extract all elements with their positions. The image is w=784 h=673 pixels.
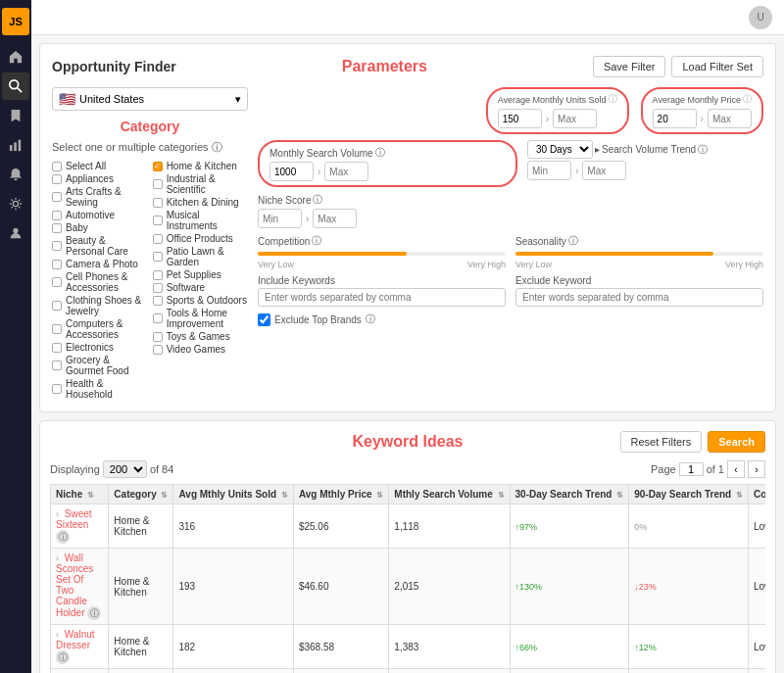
- category-item[interactable]: Video Games: [153, 344, 248, 355]
- niche-info-button[interactable]: ⓘ: [56, 650, 70, 664]
- sidebar-item-settings[interactable]: [2, 190, 29, 217]
- niche-link[interactable]: Walnut Dresser: [56, 629, 95, 650]
- avg-price-info-icon: ⓘ: [743, 93, 752, 106]
- col-niche[interactable]: Niche ⇅: [51, 485, 109, 505]
- category-item[interactable]: Office Products: [153, 233, 248, 244]
- niche-info-button[interactable]: ⓘ: [56, 530, 70, 544]
- expand-icon[interactable]: ›: [56, 630, 59, 640]
- monthly-vol-max-input[interactable]: [324, 162, 368, 181]
- avg-monthly-units-group: Average Monthly Units Sold ⓘ ›: [486, 87, 629, 134]
- trend-days-select[interactable]: 30 Days 60 Days 90 Days: [527, 140, 593, 159]
- expand-icon[interactable]: ›: [56, 509, 59, 519]
- category-item[interactable]: Computers & Accessories: [52, 318, 145, 340]
- sidebar-item-chart[interactable]: [2, 131, 29, 159]
- niche-info-button[interactable]: ⓘ: [87, 606, 101, 620]
- category-item[interactable]: Electronics: [52, 342, 145, 353]
- category-item-label: Health & Household: [66, 378, 145, 400]
- expand-icon[interactable]: ›: [56, 553, 59, 563]
- trend-30-cell: ↑97%: [510, 505, 629, 549]
- include-keywords-input[interactable]: [258, 288, 506, 307]
- load-filter-button[interactable]: Load Filter Set: [671, 56, 763, 77]
- category-item-label: Software: [167, 282, 205, 293]
- checkbox-unchecked-icon: [52, 223, 62, 233]
- category-item[interactable]: Software: [153, 282, 248, 293]
- sidebar-item-bell[interactable]: [2, 161, 29, 188]
- reset-filters-button[interactable]: Reset Filters: [620, 431, 703, 453]
- col-competition[interactable]: Competition ⇅: [748, 485, 765, 505]
- country-select[interactable]: 🇺🇸 United States ▾: [52, 87, 248, 111]
- category-item[interactable]: Camera & Photo: [52, 259, 145, 269]
- col-trend-90[interactable]: 90-Day Search Trend ⇅: [629, 485, 749, 505]
- avg-price-arrow: ›: [701, 114, 704, 124]
- category-item[interactable]: Cell Phones & Accessories: [52, 271, 145, 293]
- keyword-ideas-section: Keyword Ideas Reset Filters Search Displ…: [39, 420, 776, 673]
- col-trend-30[interactable]: 30-Day Search Trend ⇅: [510, 485, 629, 505]
- category-item[interactable]: Clothing Shoes & Jewelry: [52, 295, 145, 316]
- niche-link[interactable]: Sweet Sixteen: [56, 508, 92, 530]
- header-buttons: Save Filter Load Filter Set: [593, 56, 763, 77]
- sidebar-item-search[interactable]: [2, 72, 29, 100]
- niche-score-max-input[interactable]: [313, 209, 357, 228]
- exclude-keyword-input[interactable]: [515, 288, 763, 307]
- seasonality-slider-track[interactable]: [515, 252, 763, 256]
- category-item[interactable]: Home & Kitchen: [153, 161, 248, 171]
- sidebar-item-user[interactable]: [2, 219, 29, 247]
- display-count-select[interactable]: 200 50 100: [103, 460, 147, 478]
- checkbox-unchecked-icon: [153, 234, 163, 244]
- page-number-input[interactable]: [679, 462, 704, 476]
- category-item[interactable]: Health & Household: [52, 378, 145, 400]
- category-item[interactable]: Tools & Home Improvement: [153, 308, 248, 329]
- avg-price-cell: $368.58: [293, 625, 388, 669]
- avg-price-min-input[interactable]: [653, 109, 697, 128]
- search-button[interactable]: Search: [708, 431, 765, 453]
- category-item-label: Beauty & Personal Care: [66, 235, 145, 257]
- avg-units-arrow: ›: [546, 114, 549, 124]
- category-item[interactable]: Musical Instruments: [153, 210, 248, 231]
- category-item[interactable]: Beauty & Personal Care: [52, 235, 145, 257]
- category-item[interactable]: Sports & Outdoors: [153, 295, 248, 306]
- competition-cell: Very High: [748, 669, 765, 674]
- category-item[interactable]: Select All: [52, 161, 145, 171]
- category-item[interactable]: Patio Lawn & Garden: [153, 246, 248, 267]
- category-item[interactable]: Appliances: [52, 173, 145, 184]
- avg-price-max-input[interactable]: [708, 109, 752, 128]
- sidebar-item-home[interactable]: [2, 43, 29, 71]
- category-item-label: Pet Supplies: [167, 269, 221, 280]
- competition-badge: Low: [754, 521, 765, 532]
- prev-page-button[interactable]: ‹: [727, 460, 745, 478]
- col-avg-units[interactable]: Avg Mthly Units Sold ⇅: [173, 485, 293, 505]
- exclude-top-brands-checkbox[interactable]: [258, 313, 270, 326]
- niche-score-min-input[interactable]: [258, 209, 302, 228]
- category-item[interactable]: Industrial & Scientific: [153, 173, 248, 195]
- avatar[interactable]: U: [749, 6, 772, 29]
- sidebar-item-bookmark[interactable]: [2, 102, 29, 129]
- monthly-vol-min-input[interactable]: [270, 162, 314, 181]
- category-item-label: Computers & Accessories: [66, 318, 145, 340]
- checkbox-unchecked-icon: [153, 252, 163, 262]
- next-page-button[interactable]: ›: [748, 460, 765, 478]
- category-item[interactable]: Toys & Games: [153, 331, 248, 342]
- category-item[interactable]: Baby: [52, 222, 145, 233]
- trend-max-input[interactable]: [582, 161, 626, 180]
- competition-badge: Low: [754, 581, 765, 592]
- op-body: 🇺🇸 United States ▾ Category Select one o…: [52, 87, 763, 400]
- category-item[interactable]: Pet Supplies: [153, 269, 248, 280]
- category-item[interactable]: Automotive: [52, 210, 145, 220]
- avg-price-cell: $46.60: [293, 549, 388, 625]
- niche-link[interactable]: Wall Sconces Set Of Two Candle Holder: [56, 553, 93, 618]
- col-avg-price[interactable]: Avg Mthly Price ⇅: [293, 485, 388, 505]
- category-item[interactable]: Grocery & Gourmet Food: [52, 355, 145, 376]
- avg-units-cell: 193: [173, 549, 293, 625]
- niche-cell: › Valentines Day Gift For Him ⓘ: [51, 669, 109, 674]
- save-filter-button[interactable]: Save Filter: [593, 56, 666, 77]
- col-category[interactable]: Category ⇅: [109, 485, 173, 505]
- svg-rect-3: [14, 142, 17, 151]
- trend-min-input[interactable]: [527, 161, 571, 180]
- avg-units-max-input[interactable]: [553, 109, 597, 128]
- category-item[interactable]: Kitchen & Dining: [153, 197, 248, 208]
- col-monthly-vol[interactable]: Mthly Search Volume ⇅: [389, 485, 510, 505]
- competition-slider-track[interactable]: [258, 252, 506, 256]
- avg-units-min-input[interactable]: [498, 109, 542, 128]
- country-name: United States: [79, 93, 144, 105]
- category-item[interactable]: Arts Crafts & Sewing: [52, 186, 145, 208]
